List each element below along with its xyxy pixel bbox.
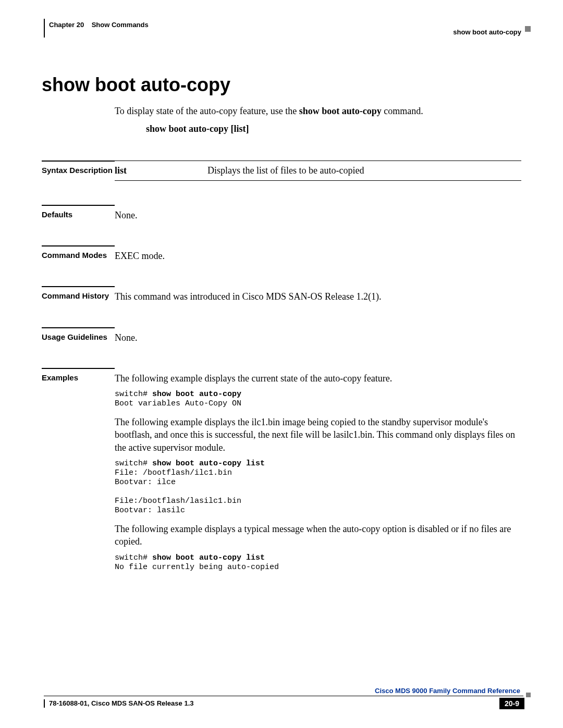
example-para: The following example displays the curre… xyxy=(115,372,521,385)
section-body: None. xyxy=(115,327,521,344)
header-marker-icon xyxy=(525,26,531,32)
section-label: Defaults xyxy=(42,205,115,219)
footer-bottom: 78-16088-01, Cisco MDS SAN-OS Release 1.… xyxy=(42,698,521,709)
code-command: show boot auto-copy list xyxy=(152,459,265,468)
section-label: Syntax Description xyxy=(42,161,115,175)
example-para: The following example displays a typical… xyxy=(115,523,521,548)
code-output: File:/bootflash/lasilc1.bin xyxy=(115,497,241,505)
syntax-table: list Displays the list of files to be au… xyxy=(115,161,521,180)
code-output: Bootvar: lasilc xyxy=(115,506,185,515)
section-label: Command Modes xyxy=(42,245,115,260)
footer-rule xyxy=(44,696,523,696)
code-output: No file currently being auto-copied xyxy=(115,563,279,572)
code-block: switch# show boot auto-copy list File: /… xyxy=(115,459,521,515)
syntax-desc: Displays the list of files to be auto-co… xyxy=(207,161,521,180)
section-usage-guidelines: Usage Guidelines None. xyxy=(42,327,521,344)
page-title: show boot auto-copy xyxy=(42,74,521,96)
code-block: switch# show boot auto-copy list No file… xyxy=(115,553,521,572)
section-body: The following example displays the curre… xyxy=(115,368,521,579)
code-output: File: /bootflash/ilc1.bin xyxy=(115,468,232,477)
intro-paragraph: To display state of the auto-copy featur… xyxy=(115,105,521,117)
syntax-term: list xyxy=(115,161,207,180)
section-body: This command was introduced in Cisco MDS… xyxy=(115,286,521,303)
footer-marker-icon xyxy=(526,693,531,697)
section-body: EXEC mode. xyxy=(115,245,521,262)
header-left: Chapter 20 Show Commands xyxy=(49,21,149,29)
example-para: The following example displays the ilc1.… xyxy=(115,416,521,454)
code-prompt: switch# xyxy=(115,553,152,562)
section-body: None. xyxy=(115,205,521,221)
footer-docid: 78-16088-01, Cisco MDS SAN-OS Release 1.… xyxy=(44,699,193,708)
section-examples: Examples The following example displays … xyxy=(42,368,521,579)
chapter-number: Chapter 20 xyxy=(49,21,84,29)
code-prompt: switch# xyxy=(115,459,152,468)
code-block: switch# show boot auto-copy Boot variabl… xyxy=(115,390,521,409)
section-command-modes: Command Modes EXEC mode. xyxy=(42,245,521,262)
code-output: Bootvar: ilce xyxy=(115,478,176,487)
page: Chapter 20 Show Commands show boot auto-… xyxy=(0,0,563,728)
header-right: show boot auto-copy xyxy=(453,28,521,36)
footer-title: Cisco MDS 9000 Family Command Reference xyxy=(42,687,521,696)
code-command: show boot auto-copy xyxy=(152,390,241,399)
chapter-title: Show Commands xyxy=(92,21,149,29)
code-command: show boot auto-copy list xyxy=(152,553,265,562)
section-command-history: Command History This command was introdu… xyxy=(42,286,521,303)
table-row: list Displays the list of files to be au… xyxy=(115,161,521,180)
intro-pre: To display state of the auto-copy featur… xyxy=(115,106,299,116)
page-footer: Cisco MDS 9000 Family Command Reference … xyxy=(42,687,521,709)
section-label: Examples xyxy=(42,368,115,382)
syntax-line: show boot auto-copy [list] xyxy=(146,124,521,134)
code-output: Boot variables Auto-Copy ON xyxy=(115,399,241,408)
page-header: Chapter 20 Show Commands show boot auto-… xyxy=(44,19,521,38)
code-prompt: switch# xyxy=(115,390,152,399)
intro-post: command. xyxy=(382,106,423,116)
section-label: Usage Guidelines xyxy=(42,327,115,341)
footer-page-number: 20-9 xyxy=(499,698,524,709)
section-syntax-description: Syntax Description list Displays the lis… xyxy=(42,161,521,180)
section-defaults: Defaults None. xyxy=(42,205,521,221)
section-label: Command History xyxy=(42,286,115,300)
intro-command: show boot auto-copy xyxy=(299,106,382,116)
